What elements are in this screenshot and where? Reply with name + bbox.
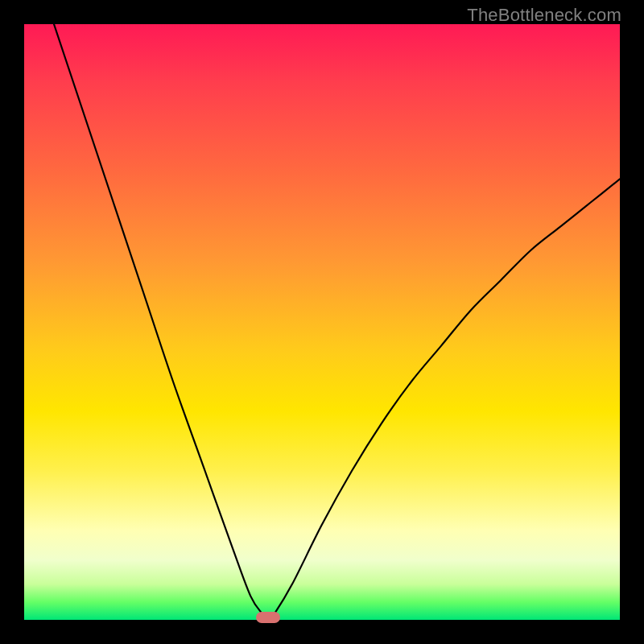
chart-plot-area bbox=[24, 24, 620, 620]
bottleneck-curve bbox=[24, 24, 620, 620]
watermark-text: TheBottleneck.com bbox=[467, 5, 621, 26]
minimum-marker bbox=[256, 612, 280, 623]
